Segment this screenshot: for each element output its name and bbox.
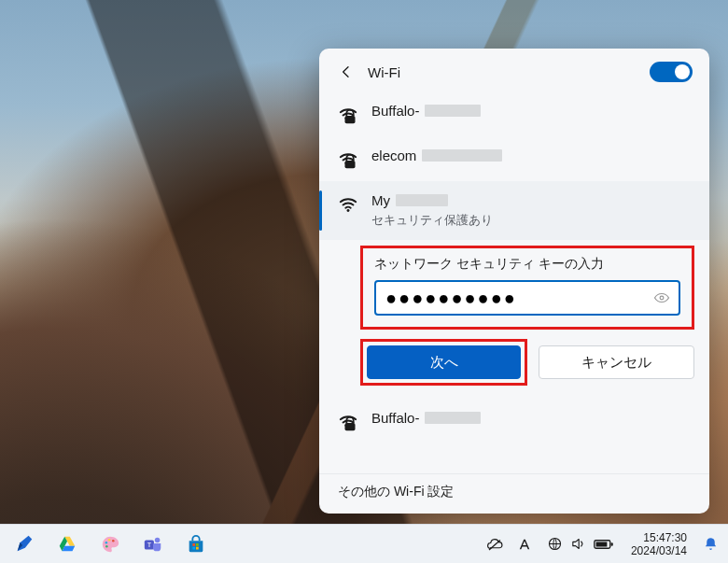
network-ssid: Buffalo- bbox=[371, 410, 481, 426]
system-tray: 15:47:30 2024/03/14 bbox=[482, 528, 722, 560]
redacted-text bbox=[425, 412, 481, 424]
taskbar-app-pen[interactable] bbox=[6, 528, 43, 560]
reveal-password-button[interactable] bbox=[651, 287, 673, 309]
battery-icon bbox=[594, 538, 614, 551]
taskbar-app-teams[interactable]: T bbox=[134, 528, 172, 560]
network-item[interactable]: Buffalo- bbox=[319, 399, 709, 443]
network-ssid: Buffalo- bbox=[371, 103, 481, 119]
network-info: My セキュリティ保護あり bbox=[371, 192, 493, 229]
lock-icon bbox=[340, 414, 360, 434]
other-wifi-settings-link[interactable]: その他の Wi-Fi 設定 bbox=[319, 473, 709, 514]
teams-icon: T bbox=[143, 534, 163, 555]
notification-center-button[interactable] bbox=[698, 528, 722, 560]
connect-prompt-highlight: ネットワーク セキュリティ キーの入力 ●●●●●●●●●● bbox=[360, 246, 694, 330]
connect-buttons-row: 次へ キャンセル bbox=[360, 339, 694, 386]
svg-rect-3 bbox=[345, 161, 356, 168]
ssid-text: elecom bbox=[371, 148, 416, 163]
network-list: Buffalo- elecom My bbox=[319, 91, 709, 473]
network-ssid: elecom bbox=[371, 148, 502, 163]
cancel-button[interactable]: キャンセル bbox=[539, 345, 694, 379]
svg-rect-7 bbox=[345, 423, 356, 430]
lock-icon bbox=[340, 106, 360, 127]
password-input[interactable]: ●●●●●●●●●● bbox=[374, 280, 680, 316]
svg-point-10 bbox=[112, 540, 115, 542]
bell-icon bbox=[703, 536, 719, 552]
svg-point-11 bbox=[105, 545, 108, 548]
toggle-knob bbox=[675, 64, 690, 79]
store-icon bbox=[186, 534, 206, 555]
taskbar: T 15:47:30 2024/03/14 bbox=[0, 524, 728, 563]
palette-icon bbox=[100, 534, 120, 555]
redacted-text bbox=[425, 105, 481, 117]
wifi-secured-icon bbox=[338, 412, 358, 432]
svg-point-5 bbox=[660, 296, 664, 300]
next-button-highlight: 次へ bbox=[360, 339, 527, 386]
taskbar-app-paint[interactable] bbox=[91, 528, 129, 560]
svg-rect-16 bbox=[196, 543, 199, 546]
tray-text-input[interactable] bbox=[511, 528, 538, 560]
wifi-open-icon bbox=[338, 194, 358, 215]
clock-date: 2024/03/14 bbox=[631, 544, 687, 557]
ssid-text: Buffalo- bbox=[371, 410, 419, 426]
wifi-panel-header: Wi-Fi bbox=[319, 49, 709, 91]
wifi-toggle[interactable] bbox=[650, 62, 693, 82]
globe-icon bbox=[547, 536, 563, 552]
network-item[interactable]: elecom bbox=[319, 136, 709, 181]
tray-quick-settings[interactable] bbox=[541, 528, 620, 560]
wifi-title: Wi-Fi bbox=[368, 64, 400, 80]
wifi-flyout-panel: Wi-Fi Buffalo- elecom bbox=[319, 49, 709, 514]
drive-icon bbox=[57, 534, 77, 555]
svg-point-4 bbox=[347, 209, 350, 212]
taskbar-app-drive[interactable] bbox=[49, 528, 86, 560]
svg-rect-15 bbox=[192, 543, 195, 546]
network-item[interactable]: Buffalo- bbox=[319, 91, 709, 136]
ssid-text: My bbox=[371, 192, 390, 208]
network-item-selected[interactable]: My セキュリティ保護あり bbox=[319, 181, 709, 240]
eye-icon bbox=[653, 289, 670, 306]
svg-rect-22 bbox=[611, 542, 613, 545]
wifi-secured-icon bbox=[338, 105, 358, 125]
redacted-text bbox=[396, 194, 448, 206]
redacted-text bbox=[422, 149, 502, 162]
tray-cloud-sync[interactable] bbox=[482, 528, 508, 560]
network-ssid: My bbox=[371, 192, 493, 208]
arrow-left-icon bbox=[339, 64, 354, 79]
taskbar-app-store[interactable] bbox=[177, 528, 215, 560]
svg-rect-1 bbox=[345, 116, 356, 123]
text-a-icon bbox=[516, 536, 533, 553]
svg-rect-23 bbox=[595, 542, 607, 546]
password-prompt-label: ネットワーク セキュリティ キーの入力 bbox=[374, 256, 680, 273]
svg-point-14 bbox=[155, 537, 161, 542]
svg-point-8 bbox=[105, 541, 108, 543]
speaker-icon bbox=[570, 536, 586, 552]
taskbar-clock[interactable]: 15:47:30 2024/03/14 bbox=[623, 531, 694, 557]
ssid-text: Buffalo- bbox=[371, 103, 419, 119]
wifi-secured-icon bbox=[338, 149, 358, 170]
password-masked-value: ●●●●●●●●●● bbox=[385, 289, 517, 307]
svg-rect-18 bbox=[196, 546, 199, 549]
svg-point-9 bbox=[108, 538, 111, 541]
taskbar-pinned-apps: T bbox=[6, 528, 215, 560]
next-button[interactable]: 次へ bbox=[367, 345, 521, 379]
cloud-off-icon bbox=[486, 536, 503, 553]
lock-icon bbox=[340, 151, 360, 172]
network-security-status: セキュリティ保護あり bbox=[371, 212, 493, 229]
clock-time: 15:47:30 bbox=[643, 531, 687, 544]
back-button[interactable] bbox=[336, 62, 357, 82]
svg-text:T: T bbox=[147, 541, 152, 549]
svg-rect-17 bbox=[192, 546, 195, 549]
pen-icon bbox=[14, 534, 35, 555]
